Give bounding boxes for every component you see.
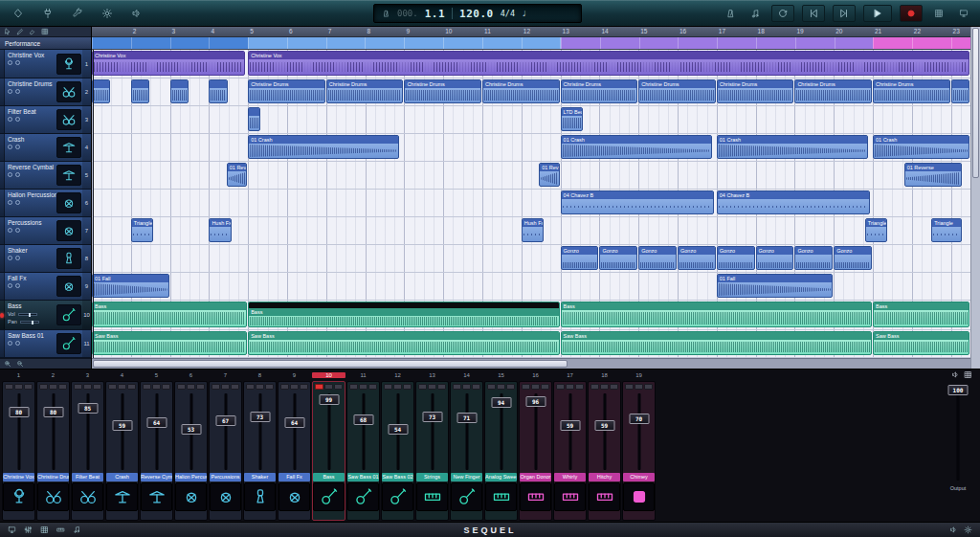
drums-icon[interactable]: [56, 109, 81, 130]
solo-button[interactable]: [15, 145, 20, 149]
clip-gonzo[interactable]: Gonzo: [678, 246, 716, 270]
channel-fader[interactable]: 73: [244, 392, 276, 472]
mute-button[interactable]: [8, 341, 12, 346]
mixer-channel-number[interactable]: 10: [312, 372, 345, 378]
clip-christine-drums[interactable]: Christine Drums: [873, 79, 950, 103]
bass-icon[interactable]: [451, 482, 482, 511]
channel-fader[interactable]: 96: [520, 392, 551, 472]
bass-icon[interactable]: [56, 304, 81, 325]
keys-icon[interactable]: [554, 482, 586, 511]
perc-icon[interactable]: [278, 482, 310, 511]
channel-name-label[interactable]: Fall Fx: [278, 473, 310, 481]
mixer-channel-number[interactable]: 8: [243, 372, 277, 378]
channel-name-label[interactable]: Hitchy: [589, 473, 620, 481]
mixer-channel-number[interactable]: 7: [209, 372, 242, 378]
channel-name-label[interactable]: Bass: [313, 473, 345, 481]
zoom-out-icon[interactable]: [16, 360, 24, 368]
channel-name-label[interactable]: New Finger: [451, 473, 482, 481]
clip-hush-fx[interactable]: Hush Fx: [522, 218, 544, 242]
mixer-channel-number[interactable]: 3: [71, 372, 104, 378]
mute-button[interactable]: [231, 384, 239, 390]
channel-fader[interactable]: 80: [37, 392, 69, 472]
fader-value[interactable]: 85: [78, 403, 98, 414]
channel-fader[interactable]: 70: [623, 392, 655, 472]
song-position-value[interactable]: 1.1: [425, 8, 445, 20]
solo-button[interactable]: [83, 384, 92, 390]
record-arm-button[interactable]: [315, 384, 323, 390]
shaker-icon[interactable]: [56, 248, 81, 269]
cycle-button[interactable]: [771, 5, 794, 22]
mixer-strip-strings[interactable]: 73Strings: [415, 381, 449, 521]
clip-01-rev[interactable]: 01 Rev: [539, 163, 559, 187]
channel-fader[interactable]: 67: [210, 392, 241, 472]
mixer-page-icon[interactable]: [24, 526, 33, 534]
solo-button[interactable]: [15, 60, 20, 65]
solo-button[interactable]: [324, 384, 333, 390]
fader-value[interactable]: 70: [629, 414, 649, 424]
clip-saw-bass[interactable]: Saw Bass: [92, 331, 247, 355]
channel-name-label[interactable]: Halion Percussion: [175, 473, 207, 481]
drums-icon[interactable]: [37, 482, 69, 511]
clip-gonzo[interactable]: Gonzo: [599, 246, 637, 270]
keys-icon[interactable]: [589, 482, 620, 511]
clip-gonzo[interactable]: Gonzo: [638, 246, 677, 270]
mute-button[interactable]: [24, 384, 33, 390]
mixer-channel-number[interactable]: 15: [484, 372, 518, 378]
mixer-channel-number[interactable]: 11: [346, 372, 380, 378]
channel-name-label[interactable]: Shaker: [244, 473, 276, 481]
clip-gonzo[interactable]: Gonzo: [834, 246, 872, 270]
vertical-scrollbar[interactable]: [970, 27, 980, 369]
clip-gonzo[interactable]: Gonzo: [794, 246, 833, 270]
bass-icon[interactable]: [382, 482, 413, 511]
mic-icon[interactable]: [56, 54, 81, 75]
shaker-icon[interactable]: [244, 482, 276, 511]
channel-fader[interactable]: 59: [589, 392, 620, 472]
channel-name-label[interactable]: Saw Bass 01: [347, 473, 379, 481]
mixer-strip-organ-donor[interactable]: 96Organ Donor: [519, 381, 552, 521]
mixer-strip-hitchy[interactable]: 59Hitchy: [588, 381, 621, 521]
fader-value[interactable]: 73: [422, 412, 442, 422]
mixer-channel-number[interactable]: 1: [2, 372, 35, 378]
clip-triangle[interactable]: Triangle: [131, 218, 153, 242]
metronome-icon[interactable]: [381, 6, 390, 21]
mixer-channel-number[interactable]: 2: [36, 372, 70, 378]
mixer-channel-number[interactable]: 13: [415, 372, 449, 378]
mixer-strip-crash[interactable]: 59Crash: [105, 381, 139, 521]
clip-01-fall[interactable]: 01 Fall: [92, 274, 169, 298]
vertical-scroll-thumb[interactable]: [972, 28, 979, 178]
mixer-channel-number[interactable]: 12: [381, 372, 414, 378]
solo-button[interactable]: [187, 384, 195, 390]
solo-button[interactable]: [359, 384, 368, 390]
horizontal-scrollbar[interactable]: [92, 358, 970, 369]
record-arm-button[interactable]: [74, 384, 82, 390]
cymbal-icon[interactable]: [106, 482, 138, 511]
zoom-in-icon[interactable]: [4, 360, 11, 368]
mixer-channel-number[interactable]: 17: [553, 372, 587, 378]
clip-christine-drums[interactable]: Christine Drums: [404, 79, 481, 103]
clip-01-crash[interactable]: 01 Crash: [248, 135, 399, 159]
mute-button[interactable]: [93, 384, 101, 390]
mute-button[interactable]: [8, 256, 12, 260]
channel-name-label[interactable]: Whirly: [554, 473, 586, 481]
solo-button[interactable]: [566, 384, 574, 390]
clip-bass[interactable]: Bass: [873, 302, 969, 327]
perc-icon[interactable]: [56, 276, 81, 297]
mixer-channel-number[interactable]: 18: [588, 372, 621, 378]
clip-christine-drums[interactable]: [951, 79, 969, 103]
channel-fader[interactable]: 59: [554, 392, 586, 472]
track-header-reverse-cymbal[interactable]: Reverse Cymbal5: [0, 162, 91, 190]
fader-value[interactable]: 59: [112, 420, 132, 431]
clip-triangle[interactable]: Triangle: [865, 218, 887, 242]
pan-slider[interactable]: [20, 321, 39, 324]
clip-01-crash[interactable]: 01 Crash: [561, 135, 712, 159]
mixer-channel-number[interactable]: 4: [105, 372, 139, 378]
bass-icon[interactable]: [313, 482, 345, 511]
playhead[interactable]: [93, 50, 94, 358]
mixer-channel-number[interactable]: 14: [450, 372, 483, 378]
channel-name-label[interactable]: Chimey: [623, 473, 655, 481]
mute-button[interactable]: [575, 384, 584, 390]
track-header-christine-drums[interactable]: Christine Drums2: [0, 78, 91, 106]
mixer-strip-percussions[interactable]: 67Percussions: [209, 381, 242, 521]
channel-fader[interactable]: 71: [451, 392, 482, 472]
keys-icon[interactable]: [416, 482, 448, 511]
